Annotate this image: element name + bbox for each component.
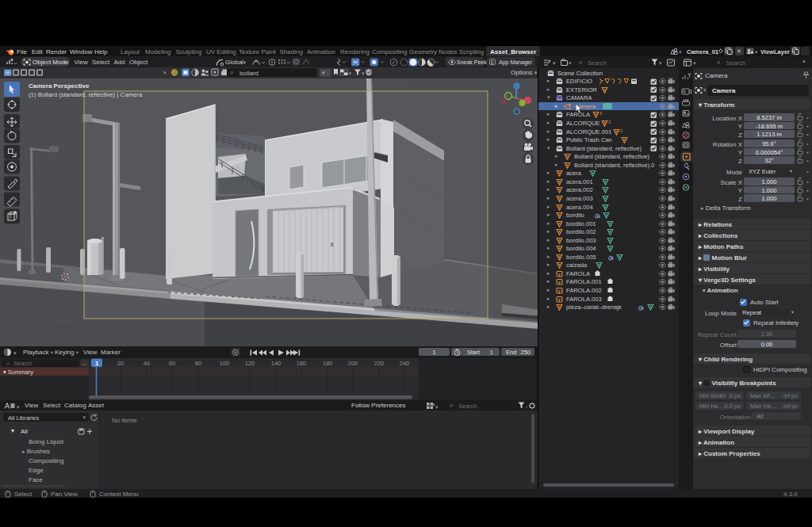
svg-text:▾: ▾ <box>659 60 662 66</box>
svg-text:Camera Perspective: Camera Perspective <box>29 82 90 90</box>
svg-text:▾: ▾ <box>693 60 696 66</box>
svg-text:120: 120 <box>245 360 255 367</box>
svg-text:200: 200 <box>348 360 358 367</box>
svg-text:220: 220 <box>374 360 385 367</box>
svg-text:180: 180 <box>323 360 333 367</box>
svg-text:(1) Bollard (standard, reflect: (1) Bollard (standard, reflective) | Cam… <box>29 91 143 98</box>
svg-text:60: 60 <box>169 360 175 367</box>
svg-text:▾: ▾ <box>435 403 439 409</box>
svg-text:160: 160 <box>297 360 307 367</box>
svg-text:▾: ▾ <box>362 71 365 76</box>
svg-text:▾: ▾ <box>349 71 352 76</box>
svg-text:▾: ▾ <box>569 60 572 66</box>
svg-text:▾: ▾ <box>163 70 167 75</box>
svg-text:▾ Summary: ▾ Summary <box>3 369 33 376</box>
svg-text:▾: ▾ <box>13 350 17 356</box>
svg-text:80: 80 <box>195 360 201 367</box>
svg-text:▾: ▾ <box>755 49 758 55</box>
svg-text:⌕: ⌕ <box>6 360 10 367</box>
svg-text:1: 1 <box>95 360 98 367</box>
svg-text:100: 100 <box>220 360 230 367</box>
svg-text:20: 20 <box>117 360 124 367</box>
svg-text:↔: ↔ <box>82 361 87 366</box>
svg-text:40: 40 <box>144 360 150 367</box>
svg-text:▾: ▾ <box>17 404 20 410</box>
svg-text:Search: Search <box>13 360 33 367</box>
svg-text:240: 240 <box>400 360 410 367</box>
svg-text:▾: ▾ <box>553 60 556 66</box>
svg-text:140: 140 <box>271 360 282 367</box>
svg-text:▾: ▾ <box>679 49 682 55</box>
